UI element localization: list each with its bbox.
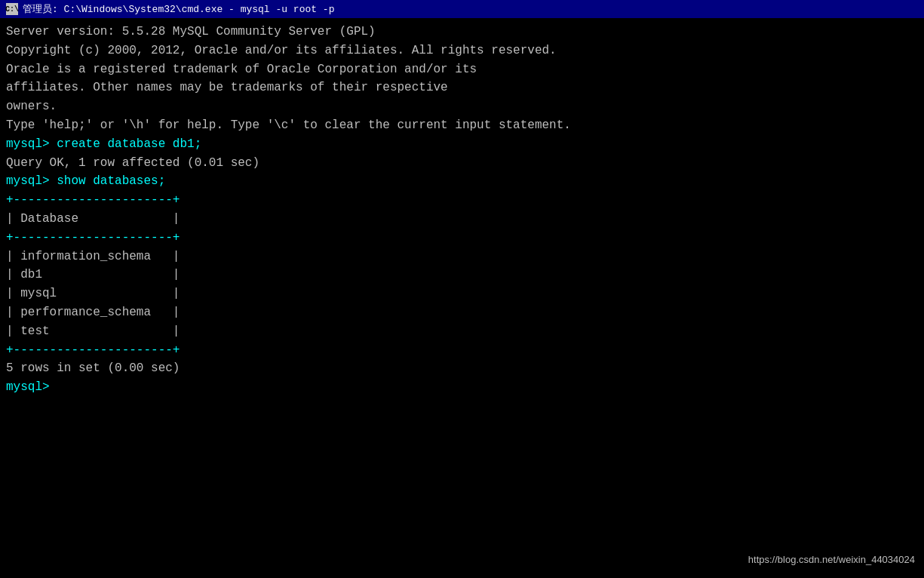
terminal-line: owners. xyxy=(6,97,918,116)
title-bar-icon: C:\ xyxy=(6,3,18,15)
terminal-line: mysql> xyxy=(6,378,918,397)
terminal-line: | mysql | xyxy=(6,284,918,303)
terminal-line: affiliates. Other names may be trademark… xyxy=(6,78,918,97)
terminal-body: Server version: 5.5.28 MySQL Community S… xyxy=(0,18,924,578)
terminal-line: Server version: 5.5.28 MySQL Community S… xyxy=(6,23,918,42)
terminal-line: Copyright (c) 2000, 2012, Oracle and/or … xyxy=(6,42,918,60)
title-bar: C:\ 管理员: C:\Windows\System32\cmd.exe - m… xyxy=(0,0,924,18)
terminal-line: +----------------------+ xyxy=(6,341,918,360)
watermark: https://blog.csdn.net/weixin_44034024 xyxy=(748,552,915,567)
title-bar-text: 管理员: C:\Windows\System32\cmd.exe - mysql… xyxy=(23,2,334,16)
terminal-line: 5 rows in set (0.00 sec) xyxy=(6,359,918,378)
terminal-line: Oracle is a registered trademark of Orac… xyxy=(6,60,918,79)
terminal-line: | performance_schema | xyxy=(6,303,918,322)
terminal-line: mysql> create database db1; xyxy=(6,135,918,154)
terminal-line: | information_schema | xyxy=(6,247,918,266)
terminal-line: +----------------------+ xyxy=(6,191,918,210)
terminal-line: +----------------------+ xyxy=(6,229,918,247)
terminal-line: | test | xyxy=(6,322,918,341)
terminal-output: Server version: 5.5.28 MySQL Community S… xyxy=(6,23,918,397)
terminal-line: | db1 | xyxy=(6,266,918,284)
terminal-line: | Database | xyxy=(6,210,918,229)
terminal-line: Type 'help;' or '\h' for help. Type '\c'… xyxy=(6,116,918,135)
terminal-line: mysql> show databases; xyxy=(6,172,918,191)
terminal-line: Query OK, 1 row affected (0.01 sec) xyxy=(6,154,918,173)
